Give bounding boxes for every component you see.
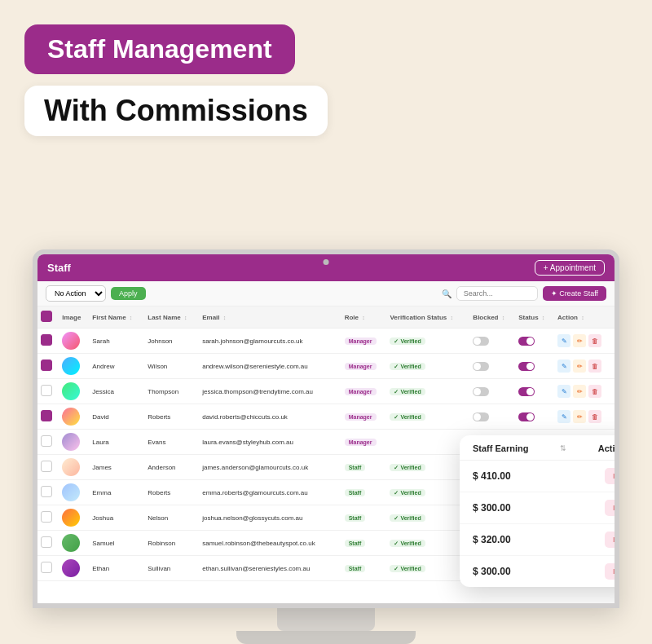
checkbox-cell[interactable]	[37, 430, 59, 455]
earning-action-label: Action	[598, 443, 619, 453]
email-cell: emma.roberts@glamourcuts.com.au	[199, 480, 341, 505]
last-name-cell: Wilson	[144, 354, 199, 379]
col-action: Action ↕	[554, 307, 615, 329]
delete-icon[interactable]: 🗑	[588, 385, 601, 398]
verified-cell: ✓ Verified	[386, 556, 469, 581]
status-cell[interactable]	[515, 404, 554, 430]
last-name-cell: Robinson	[144, 531, 199, 556]
apply-button[interactable]: Apply	[111, 287, 146, 300]
first-name-cell: Sarah	[89, 329, 144, 354]
role-cell: Manager	[341, 430, 387, 455]
checkbox-cell[interactable]	[37, 455, 59, 480]
verified-cell: ✓ Verified	[386, 505, 469, 531]
earning-action-button[interactable]	[605, 468, 619, 484]
blocked-cell[interactable]	[469, 379, 515, 404]
no-action-select[interactable]: No Action	[46, 285, 106, 302]
avatar-cell	[59, 354, 89, 379]
monitor-wrapper: Staff + Appointment No Action Apply 🔍 ✦ …	[33, 249, 619, 644]
action-cell: ✎ ✏ 🗑	[554, 404, 615, 430]
status-cell[interactable]	[515, 354, 554, 379]
last-name-cell: Evans	[144, 430, 199, 455]
pencil-icon[interactable]: ✏	[573, 334, 586, 347]
last-name-cell: Roberts	[144, 404, 199, 430]
checkbox-cell[interactable]	[37, 404, 59, 430]
first-name-cell: James	[89, 455, 144, 480]
verified-cell: ✓ Verified	[386, 379, 469, 404]
blocked-cell[interactable]	[469, 329, 515, 354]
checkbox-cell[interactable]	[37, 354, 59, 379]
edit-icon[interactable]: ✎	[557, 385, 570, 398]
monitor-stand	[277, 608, 375, 631]
avatar-cell	[59, 480, 89, 505]
checkbox-cell[interactable]	[37, 329, 59, 354]
verified-cell: ✓ Verified	[386, 354, 469, 379]
appointment-button[interactable]: + Appointment	[535, 260, 605, 276]
role-cell: Manager	[341, 379, 387, 404]
last-name-cell: Sullivan	[144, 556, 199, 581]
verified-cell: ✓ Verified	[386, 480, 469, 505]
checkbox-cell[interactable]	[37, 379, 59, 404]
email-cell: david.roberts@chiccuts.co.uk	[199, 404, 341, 430]
first-name-cell: Laura	[89, 430, 144, 455]
email-cell: laura.evans@styleyhub.com.au	[199, 430, 341, 455]
verified-cell: ✓ Verified	[386, 455, 469, 480]
staff-management-title: Staff Management	[47, 34, 272, 64]
search-input[interactable]	[456, 286, 538, 301]
delete-icon[interactable]: 🗑	[588, 334, 601, 347]
checkbox-cell[interactable]	[37, 505, 59, 531]
earning-card-header: Staff Earning ⇅ Action	[460, 435, 619, 461]
earning-row: $ 320.00	[460, 524, 619, 556]
delete-icon[interactable]: 🗑	[588, 410, 601, 423]
avatar-cell	[59, 505, 89, 531]
email-cell: james.anderson@glamourcuts.co.uk	[199, 455, 341, 480]
blocked-cell[interactable]	[469, 404, 515, 430]
edit-icon[interactable]: ✎	[557, 359, 570, 373]
status-cell[interactable]	[515, 379, 554, 404]
create-staff-button[interactable]: ✦ Create Staff	[543, 286, 606, 301]
staff-topbar: Staff + Appointment	[37, 254, 615, 281]
earning-amount: $ 300.00	[473, 566, 511, 577]
table-row: Jessica Thompson jessica.thompson@trendy…	[37, 379, 615, 404]
col-email: Email ↕	[199, 307, 341, 329]
edit-icon[interactable]: ✎	[557, 410, 570, 423]
earning-card: Staff Earning ⇅ Action $ 410.00 $ 300.00	[460, 435, 619, 587]
action-cell: ✎ ✏ 🗑	[554, 329, 615, 354]
earning-action-button[interactable]	[605, 500, 619, 516]
delete-icon[interactable]: 🗑	[588, 359, 601, 373]
svg-rect-1	[610, 503, 619, 513]
verified-cell: ✓ Verified	[386, 531, 469, 556]
avatar-cell	[59, 531, 89, 556]
first-name-cell: David	[89, 404, 144, 430]
earning-row: $ 410.00	[460, 461, 619, 492]
earning-amount: $ 410.00	[473, 470, 511, 482]
earning-amount: $ 320.00	[473, 534, 511, 545]
role-cell: Staff	[341, 556, 387, 581]
avatar-cell	[59, 556, 89, 581]
avatar-cell	[59, 329, 89, 354]
table-row: Andrew Wilson andrew.wilson@sereniestyle…	[37, 354, 615, 379]
toolbar: No Action Apply 🔍 ✦ Create Staff	[37, 281, 615, 307]
pencil-icon[interactable]: ✏	[573, 385, 586, 398]
earning-action-button[interactable]	[605, 563, 619, 580]
first-name-cell: Joshua	[89, 505, 144, 531]
checkbox-cell[interactable]	[37, 480, 59, 505]
pencil-icon[interactable]: ✏	[573, 410, 586, 423]
search-icon: 🔍	[442, 289, 452, 298]
role-cell: Manager	[341, 404, 387, 430]
blocked-cell[interactable]	[469, 354, 515, 379]
earning-rows-container: $ 410.00 $ 300.00 $ 320.00	[460, 461, 619, 587]
last-name-cell: Thompson	[144, 379, 199, 404]
col-image: Image	[59, 307, 89, 329]
earning-row: $ 300.00	[460, 556, 619, 587]
checkbox-cell[interactable]	[37, 531, 59, 556]
pencil-icon[interactable]: ✏	[573, 359, 586, 373]
earning-action-button[interactable]	[605, 532, 619, 548]
earning-row: $ 300.00	[460, 492, 619, 524]
earning-amount: $ 300.00	[473, 502, 511, 514]
last-name-cell: Nelson	[144, 505, 199, 531]
edit-icon[interactable]: ✎	[557, 334, 570, 347]
checkbox-cell[interactable]	[37, 556, 59, 581]
status-cell[interactable]	[515, 329, 554, 354]
commissions-title: With Commissions	[44, 94, 308, 127]
earning-sort-icon: ⇅	[560, 444, 566, 452]
